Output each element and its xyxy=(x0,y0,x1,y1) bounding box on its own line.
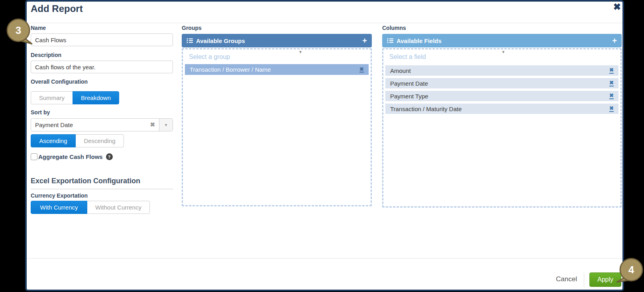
description-input[interactable] xyxy=(31,61,173,73)
close-icon[interactable]: ✖ xyxy=(613,2,621,12)
overall-configuration-toggle: Summary Breakdown xyxy=(31,91,119,104)
name-input[interactable] xyxy=(31,33,173,46)
column-item[interactable]: Transaction / Maturity Date ✖ xyxy=(385,104,618,114)
group-item[interactable]: Transaction / Borrower / Name ✖ xyxy=(185,64,369,75)
caret-down-icon: ▼ xyxy=(501,50,505,54)
column-item-label: Amount xyxy=(390,67,411,74)
available-fields-title: Available Fields xyxy=(397,37,442,44)
column-item-label: Payment Date xyxy=(390,80,428,87)
footer-separator xyxy=(584,272,584,287)
columns-placeholder[interactable]: Select a field xyxy=(389,53,426,61)
callout-number: 3 xyxy=(16,24,21,36)
with-currency-button[interactable]: With Currency xyxy=(31,201,87,214)
summary-button[interactable]: Summary xyxy=(31,91,73,104)
footer-divider xyxy=(27,258,622,259)
add-report-dialog: Add Report ✖ Name Description Overall Co… xyxy=(25,0,624,291)
descending-button[interactable]: Descending xyxy=(75,134,124,147)
column-item-label: Payment Type xyxy=(390,93,428,100)
add-group-icon[interactable]: + xyxy=(362,37,367,45)
breakdown-button[interactable]: Breakdown xyxy=(73,91,119,104)
column-item[interactable]: Payment Date ✖ xyxy=(385,78,618,88)
remove-field-icon[interactable]: ✖ xyxy=(609,106,614,112)
sort-dropdown-button[interactable]: ▼ xyxy=(159,119,173,131)
available-groups-header[interactable]: Available Groups + xyxy=(182,34,372,47)
caret-down-icon: ▼ xyxy=(164,123,168,127)
columns-label: Columns xyxy=(382,25,406,31)
callout-number: 4 xyxy=(628,264,634,276)
aggregate-cash-flows-checkbox[interactable] xyxy=(31,153,37,160)
cancel-button[interactable]: Cancel xyxy=(554,275,579,284)
group-item-label: Transaction / Borrower / Name xyxy=(190,66,271,73)
available-fields-header[interactable]: Available Fields + xyxy=(382,34,622,47)
sort-direction-toggle: Ascending Descending xyxy=(31,134,124,147)
groups-drop-zone[interactable]: ▼ Select a group Transaction / Borrower … xyxy=(182,48,372,206)
title-divider xyxy=(27,23,622,23)
currency-exportation-toggle: With Currency Without Currency xyxy=(31,201,150,214)
column-item[interactable]: Payment Type ✖ xyxy=(385,91,618,101)
remove-field-icon[interactable]: ✖ xyxy=(609,80,614,86)
remove-group-icon[interactable]: ✖ xyxy=(359,67,364,73)
ascending-button[interactable]: Ascending xyxy=(31,134,76,147)
list-icon xyxy=(187,38,193,43)
sort-by-label: Sort by xyxy=(31,109,50,116)
help-icon[interactable]: ? xyxy=(106,153,113,160)
remove-field-icon[interactable]: ✖ xyxy=(609,67,614,74)
add-field-icon[interactable]: + xyxy=(612,37,617,45)
description-label: Description xyxy=(31,52,61,58)
list-icon xyxy=(387,38,393,43)
overall-configuration-label: Overall Configuration xyxy=(31,78,88,85)
groups-label: Groups xyxy=(182,25,202,31)
groups-placeholder[interactable]: Select a group xyxy=(189,53,230,61)
excel-exportation-heading: Excel Exportation Configuration xyxy=(31,177,173,189)
column-item[interactable]: Amount ✖ xyxy=(385,65,618,76)
column-item-label: Transaction / Maturity Date xyxy=(390,106,462,112)
columns-drop-zone[interactable]: ▼ Select a field Amount ✖ Payment Date ✖… xyxy=(382,48,622,208)
aggregate-cash-flows-label: Aggregate Cash Flows xyxy=(38,153,103,160)
screen-background: Add Report ✖ Name Description Overall Co… xyxy=(0,0,644,292)
dialog-title: Add Report xyxy=(31,3,83,14)
available-groups-title: Available Groups xyxy=(196,37,245,44)
callout-step-3: 3 xyxy=(3,16,37,52)
sort-by-combobox: ✖ ▼ xyxy=(31,118,173,131)
without-currency-button[interactable]: Without Currency xyxy=(87,201,150,214)
caret-down-icon: ▼ xyxy=(298,50,302,54)
callout-step-4: 4 xyxy=(613,255,644,291)
aggregate-cash-flows-row: Aggregate Cash Flows ? xyxy=(31,153,113,160)
clear-sort-icon[interactable]: ✖ xyxy=(150,122,155,127)
remove-field-icon[interactable]: ✖ xyxy=(609,93,614,99)
sort-by-input[interactable] xyxy=(31,119,139,131)
currency-exportation-label: Currency Exportation xyxy=(31,192,88,199)
